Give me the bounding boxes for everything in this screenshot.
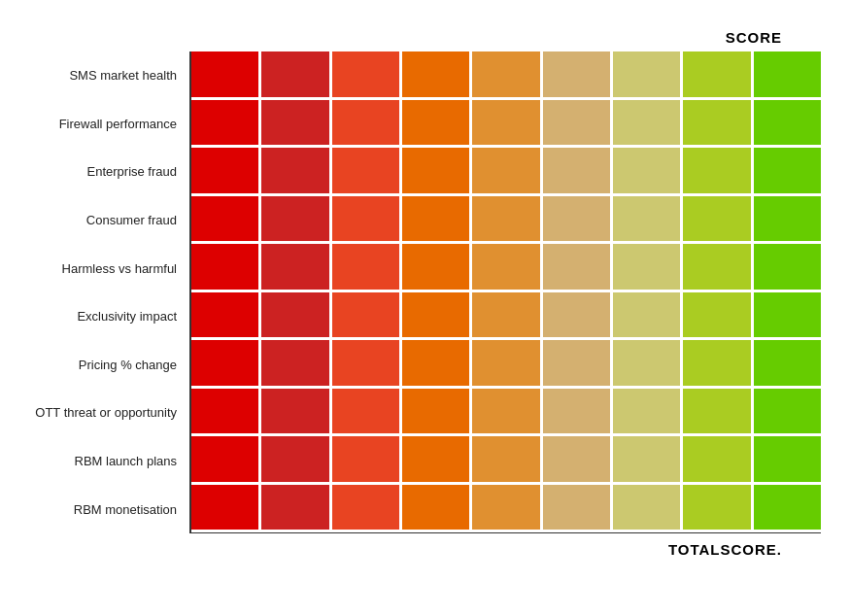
cell-9-2 — [332, 485, 402, 530]
cell-2-4 — [472, 148, 542, 193]
cell-6-5 — [543, 340, 613, 386]
cell-1-2 — [332, 100, 402, 146]
cell-6-2 — [332, 340, 402, 386]
cell-5-2 — [332, 292, 402, 338]
row-label-8: RBM launch plans — [10, 437, 185, 486]
cell-6-3 — [402, 340, 472, 386]
cell-4-4 — [472, 244, 542, 290]
totalscore-label: TOTALSCORE. — [10, 541, 821, 558]
row-label-3: Consumer fraud — [10, 196, 185, 245]
cell-0-1 — [261, 51, 331, 97]
grid-row-6 — [191, 340, 821, 389]
cell-4-3 — [402, 244, 472, 290]
cell-6-0 — [191, 340, 261, 386]
cell-6-1 — [261, 340, 331, 386]
cell-9-1 — [261, 485, 331, 530]
cell-6-6 — [613, 340, 683, 386]
cell-5-6 — [613, 292, 683, 338]
cell-9-5 — [543, 485, 613, 530]
cell-7-3 — [402, 389, 472, 434]
cell-8-3 — [402, 436, 472, 482]
cell-4-5 — [543, 244, 613, 290]
cell-5-8 — [754, 292, 821, 338]
grid-area — [189, 51, 821, 533]
cell-6-4 — [472, 340, 542, 386]
cell-7-0 — [191, 389, 261, 434]
row-labels: SMS market healthFirewall performanceEnt… — [10, 51, 189, 533]
cell-9-7 — [683, 485, 753, 530]
cell-4-8 — [754, 244, 821, 290]
cell-2-6 — [613, 148, 683, 193]
grid-row-2 — [191, 148, 821, 196]
cell-9-4 — [472, 485, 542, 530]
cell-8-7 — [683, 436, 753, 482]
cell-0-6 — [613, 51, 683, 97]
row-label-9: RBM monetisation — [10, 485, 185, 533]
cell-7-2 — [332, 389, 402, 434]
cell-7-8 — [754, 389, 821, 434]
cell-9-3 — [402, 485, 472, 530]
cell-4-6 — [613, 244, 683, 290]
cell-3-0 — [191, 196, 261, 242]
cell-2-8 — [754, 148, 821, 193]
cell-1-0 — [191, 100, 261, 146]
cell-8-4 — [472, 436, 542, 482]
cell-6-7 — [683, 340, 753, 386]
cell-1-7 — [683, 100, 753, 146]
cell-9-0 — [191, 485, 261, 530]
grid-row-5 — [191, 292, 821, 341]
cell-4-1 — [261, 244, 331, 290]
cell-7-5 — [543, 389, 613, 434]
cell-5-3 — [402, 292, 472, 338]
score-label: SCORE — [10, 29, 821, 46]
cell-2-2 — [332, 148, 402, 193]
cell-0-7 — [683, 51, 753, 97]
cell-5-4 — [472, 292, 542, 338]
grid-row-3 — [191, 196, 821, 245]
cell-3-7 — [683, 196, 753, 242]
cell-3-1 — [261, 196, 331, 242]
cell-0-4 — [472, 51, 542, 97]
cell-7-6 — [613, 389, 683, 434]
cell-3-5 — [543, 196, 613, 242]
chart-container: SCORE SMS market healthFirewall performa… — [0, 0, 850, 616]
row-label-0: SMS market health — [10, 51, 185, 100]
cell-6-8 — [754, 340, 821, 386]
cell-3-4 — [472, 196, 542, 242]
cell-2-5 — [543, 148, 613, 193]
cell-5-5 — [543, 292, 613, 338]
cell-1-4 — [472, 100, 542, 146]
cell-9-6 — [613, 485, 683, 530]
cell-4-7 — [683, 244, 753, 290]
cell-0-3 — [402, 51, 472, 97]
cell-7-1 — [261, 389, 331, 434]
cell-8-0 — [191, 436, 261, 482]
cell-2-0 — [191, 148, 261, 193]
cell-0-5 — [543, 51, 613, 97]
cell-8-8 — [754, 436, 821, 482]
grid-row-9 — [191, 485, 821, 533]
cell-4-2 — [332, 244, 402, 290]
cell-0-2 — [332, 51, 402, 97]
cell-1-6 — [613, 100, 683, 146]
cell-3-8 — [754, 196, 821, 242]
cell-2-3 — [402, 148, 472, 193]
grid-row-7 — [191, 389, 821, 437]
row-label-6: Pricing % change — [10, 341, 185, 390]
row-label-7: OTT threat or opportunity — [10, 389, 185, 437]
row-label-2: Enterprise fraud — [10, 148, 185, 196]
grid-row-8 — [191, 436, 821, 485]
cell-8-5 — [543, 436, 613, 482]
cell-7-4 — [472, 389, 542, 434]
cell-2-1 — [261, 148, 331, 193]
cell-9-8 — [754, 485, 821, 530]
grid-row-4 — [191, 244, 821, 292]
cell-5-1 — [261, 292, 331, 338]
row-label-5: Exclusivity impact — [10, 292, 185, 341]
cell-4-0 — [191, 244, 261, 290]
cell-1-8 — [754, 100, 821, 146]
cell-8-1 — [261, 436, 331, 482]
cell-1-1 — [261, 100, 331, 146]
cell-7-7 — [683, 389, 753, 434]
cell-5-0 — [191, 292, 261, 338]
